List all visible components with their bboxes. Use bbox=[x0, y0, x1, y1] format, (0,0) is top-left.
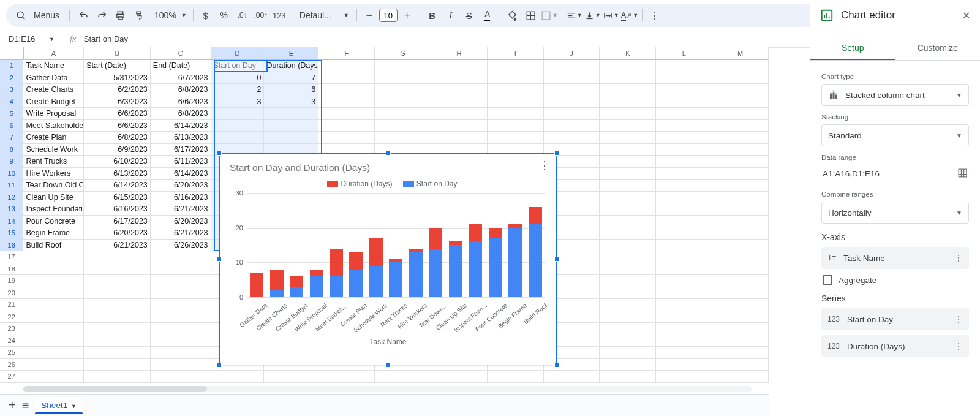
row-header-16[interactable]: 16 bbox=[0, 240, 23, 252]
row-header-7[interactable]: 7 bbox=[0, 132, 23, 144]
cell[interactable] bbox=[375, 72, 431, 85]
row-header-17[interactable]: 17 bbox=[0, 251, 23, 263]
cell[interactable] bbox=[23, 263, 84, 276]
cell-C4[interactable]: 6/6/2023 bbox=[151, 96, 211, 108]
cell-C2[interactable]: 6/7/2023 bbox=[151, 72, 211, 85]
cell-A11[interactable]: Tear Down Old C bbox=[23, 180, 84, 192]
column-header-B[interactable]: B bbox=[84, 47, 151, 60]
cell[interactable] bbox=[656, 359, 712, 371]
cell[interactable] bbox=[656, 132, 712, 144]
cell[interactable] bbox=[712, 144, 769, 156]
cell-B11[interactable]: 6/14/2023 bbox=[84, 180, 151, 192]
cell[interactable] bbox=[375, 60, 431, 72]
cell[interactable] bbox=[712, 287, 769, 300]
cell[interactable] bbox=[656, 240, 712, 252]
row-header-5[interactable]: 5 bbox=[0, 108, 23, 120]
cell[interactable] bbox=[656, 72, 712, 85]
cell-A15[interactable]: Begin Frame bbox=[23, 227, 84, 240]
cell[interactable] bbox=[656, 311, 712, 323]
cell[interactable] bbox=[488, 371, 544, 383]
more-formats-button[interactable]: 123 bbox=[271, 7, 288, 24]
cell[interactable] bbox=[656, 60, 712, 72]
cell[interactable] bbox=[84, 263, 151, 276]
column-header-H[interactable]: H bbox=[431, 47, 488, 60]
cell[interactable] bbox=[712, 299, 769, 311]
cell-B12[interactable]: 6/15/2023 bbox=[84, 192, 151, 204]
increase-font-button[interactable]: + bbox=[399, 7, 416, 24]
cell[interactable] bbox=[23, 335, 84, 347]
cell-B15[interactable]: 6/20/2023 bbox=[84, 227, 151, 240]
resize-handle[interactable] bbox=[217, 257, 222, 262]
cell[interactable] bbox=[600, 144, 656, 156]
cell[interactable] bbox=[375, 108, 431, 120]
cell[interactable] bbox=[600, 371, 656, 383]
cell[interactable] bbox=[600, 120, 656, 132]
row-header-4[interactable]: 4 bbox=[0, 96, 23, 108]
column-header-A[interactable]: A bbox=[24, 47, 85, 60]
row-header-10[interactable]: 10 bbox=[0, 168, 23, 180]
cell[interactable] bbox=[600, 287, 656, 300]
resize-handle[interactable] bbox=[554, 363, 559, 368]
cell[interactable] bbox=[712, 227, 769, 240]
rotate-button[interactable]: A↗▼ bbox=[621, 7, 639, 24]
cell[interactable] bbox=[712, 263, 769, 276]
cell[interactable] bbox=[151, 323, 211, 335]
namebox-caret-icon[interactable]: ▼ bbox=[49, 36, 55, 42]
row-header-26[interactable]: 26 bbox=[0, 359, 23, 371]
chart-menu-button[interactable]: ⋮ bbox=[539, 159, 550, 172]
cell[interactable] bbox=[656, 180, 712, 192]
cell[interactable] bbox=[318, 60, 375, 72]
cell[interactable] bbox=[544, 132, 600, 144]
italic-button[interactable]: I bbox=[442, 7, 459, 24]
cell[interactable] bbox=[488, 72, 544, 85]
row-header-25[interactable]: 25 bbox=[0, 347, 23, 359]
borders-button[interactable] bbox=[522, 7, 540, 24]
cell[interactable] bbox=[712, 359, 769, 371]
cell-C14[interactable]: 6/20/2023 bbox=[151, 216, 211, 228]
cell[interactable] bbox=[151, 347, 211, 359]
cell-C10[interactable]: 6/14/2023 bbox=[151, 168, 211, 180]
decrease-decimal-button[interactable]: .0↓ bbox=[234, 7, 251, 24]
cell-A8[interactable]: Schedule Work bbox=[23, 144, 84, 156]
cell[interactable] bbox=[656, 144, 712, 156]
cell[interactable] bbox=[656, 347, 712, 359]
resize-handle[interactable] bbox=[554, 257, 559, 262]
cell[interactable] bbox=[375, 84, 431, 96]
bar-10[interactable] bbox=[449, 241, 462, 297]
column-header-I[interactable]: I bbox=[488, 47, 544, 60]
cell-B2[interactable]: 5/31/2023 bbox=[84, 72, 151, 85]
cell[interactable] bbox=[151, 371, 211, 383]
paint-format-button[interactable] bbox=[130, 7, 147, 24]
cell[interactable] bbox=[712, 84, 769, 96]
cell-A14[interactable]: Pour Concrete bbox=[23, 216, 84, 228]
horizontal-scrollbar[interactable] bbox=[23, 386, 752, 392]
cell[interactable] bbox=[23, 311, 84, 323]
cell-A16[interactable]: Build Roof bbox=[23, 240, 84, 252]
cell-D1[interactable]: Start on Day bbox=[211, 60, 265, 72]
cell[interactable] bbox=[712, 132, 769, 144]
cell[interactable] bbox=[712, 120, 769, 132]
cell[interactable] bbox=[600, 311, 656, 323]
cell-C16[interactable]: 6/26/2023 bbox=[151, 240, 211, 252]
cell[interactable] bbox=[23, 287, 84, 300]
bar-3[interactable] bbox=[310, 270, 323, 297]
cell[interactable] bbox=[431, 72, 488, 85]
resize-handle[interactable] bbox=[386, 363, 391, 368]
cell[interactable] bbox=[600, 216, 656, 228]
column-header-G[interactable]: G bbox=[375, 47, 431, 60]
resize-handle[interactable] bbox=[217, 151, 222, 156]
cell-B16[interactable]: 6/21/2023 bbox=[84, 240, 151, 252]
cell[interactable] bbox=[600, 323, 656, 335]
cell[interactable] bbox=[656, 323, 712, 335]
cell[interactable] bbox=[318, 84, 375, 96]
row-header-8[interactable]: 8 bbox=[0, 144, 23, 156]
cell[interactable] bbox=[431, 371, 488, 383]
row-header-6[interactable]: 6 bbox=[0, 120, 23, 132]
bar-0[interactable] bbox=[250, 273, 263, 297]
cell[interactable] bbox=[151, 251, 211, 263]
cell[interactable] bbox=[600, 180, 656, 192]
row-header-12[interactable]: 12 bbox=[0, 192, 23, 204]
percent-button[interactable]: % bbox=[216, 7, 233, 24]
cell[interactable] bbox=[431, 132, 488, 144]
row-header-9[interactable]: 9 bbox=[0, 156, 23, 168]
